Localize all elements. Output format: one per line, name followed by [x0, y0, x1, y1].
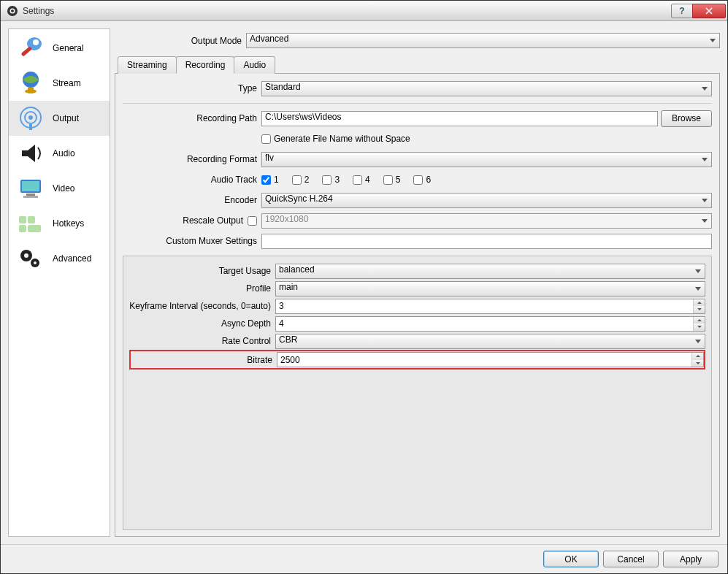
output-tabs: Streaming Recording Audio [115, 56, 720, 73]
settings-window: Settings ? General Stream [0, 0, 728, 574]
svg-point-2 [11, 9, 14, 12]
audio-track-label: Audio Track [123, 175, 261, 185]
spinner-down-icon[interactable] [692, 360, 703, 367]
audio-track-6-checkbox[interactable] [413, 175, 423, 185]
audio-track-5-checkbox[interactable] [383, 175, 393, 185]
tab-streaming[interactable]: Streaming [118, 56, 177, 74]
encoder-label: Encoder [123, 195, 261, 205]
audio-track-1-checkbox[interactable] [261, 175, 271, 185]
gears-icon [16, 245, 45, 272]
sidebar-item-advanced[interactable]: Advanced [9, 241, 110, 276]
profile-select[interactable]: main [275, 281, 705, 296]
spinner-up-icon[interactable] [694, 317, 705, 324]
output-mode-select[interactable]: Advanced [246, 33, 720, 48]
recording-format-select[interactable]: flv [261, 152, 712, 167]
close-button[interactable] [692, 4, 726, 18]
type-label: Type [123, 83, 261, 93]
apply-button[interactable]: Apply [663, 551, 719, 567]
tab-audio[interactable]: Audio [234, 56, 275, 74]
audio-track-3-checkbox[interactable] [322, 175, 332, 185]
type-select[interactable]: Standard [261, 81, 712, 96]
sidebar-item-stream[interactable]: Stream [9, 66, 110, 101]
spinner-up-icon[interactable] [694, 299, 705, 307]
window-title: Settings [23, 6, 672, 16]
monitor-icon [16, 175, 45, 202]
svg-rect-18 [28, 216, 35, 223]
sidebar-item-general[interactable]: General [9, 31, 110, 66]
audio-track-4-checkbox[interactable] [353, 175, 362, 185]
bitrate-spinner[interactable]: 2500 [277, 352, 704, 367]
muxer-settings-input[interactable] [261, 234, 712, 249]
recording-format-label: Recording Format [123, 154, 261, 164]
help-button[interactable]: ? [671, 4, 693, 18]
bitrate-row-highlight: Bitrate 2500 [129, 350, 705, 370]
settings-sidebar: General Stream Output Audio [8, 28, 110, 537]
recording-panel: Type Standard Recording Path C:\Users\ws… [115, 73, 720, 537]
cancel-button[interactable]: Cancel [603, 551, 659, 567]
svg-point-8 [25, 89, 37, 93]
filename-no-space-checkbox[interactable] [261, 134, 271, 144]
output-mode-label: Output Mode [115, 36, 246, 46]
wrench-icon [16, 35, 45, 61]
svg-rect-19 [19, 225, 26, 232]
sidebar-item-video[interactable]: Video [9, 171, 110, 206]
muxer-settings-label: Custom Muxer Settings [123, 236, 261, 246]
rate-control-select[interactable]: CBR [275, 334, 705, 349]
encoder-select[interactable]: QuickSync H.264 [261, 193, 712, 208]
svg-point-24 [34, 261, 37, 264]
browse-button[interactable]: Browse [661, 110, 712, 127]
speaker-icon [16, 140, 45, 167]
tab-recording[interactable]: Recording [176, 56, 235, 74]
recording-path-input[interactable]: C:\Users\ws\Videos [261, 111, 658, 126]
sidebar-item-label: Output [53, 113, 79, 123]
filename-no-space-label: Generate File Name without Space [274, 134, 410, 144]
sidebar-item-hotkeys[interactable]: Hotkeys [9, 206, 110, 241]
spinner-up-icon[interactable] [692, 353, 703, 360]
svg-point-5 [33, 39, 39, 45]
main-panel: Output Mode Advanced Streaming Recording… [115, 28, 720, 537]
sidebar-item-label: Video [53, 183, 74, 194]
encoder-settings-box: Target Usage balanced Profile main Keyfr… [123, 256, 712, 530]
profile-label: Profile [129, 283, 275, 294]
rescale-output-label: Rescale Output [183, 215, 243, 226]
sidebar-item-label: Advanced [53, 253, 91, 264]
keyframe-interval-label: Keyframe Interval (seconds, 0=auto) [129, 301, 275, 311]
svg-rect-14 [22, 181, 39, 191]
svg-point-22 [24, 253, 28, 258]
svg-rect-17 [19, 216, 26, 223]
bitrate-label: Bitrate [131, 355, 277, 365]
svg-rect-15 [26, 194, 35, 196]
sidebar-item-label: Stream [53, 78, 81, 88]
audio-track-2-checkbox[interactable] [292, 175, 302, 185]
svg-rect-20 [28, 225, 41, 232]
svg-point-11 [28, 115, 33, 120]
spinner-down-icon[interactable] [694, 306, 705, 313]
sidebar-item-label: General [53, 43, 84, 53]
titlebar: Settings ? [1, 1, 727, 21]
globe-icon [16, 70, 45, 96]
app-icon [7, 5, 18, 17]
rate-control-label: Rate Control [129, 336, 275, 346]
output-icon [16, 105, 45, 131]
separator [123, 103, 712, 104]
sidebar-item-output[interactable]: Output [9, 101, 110, 136]
spinner-down-icon[interactable] [694, 324, 705, 331]
sidebar-item-label: Hotkeys [53, 218, 84, 229]
dialog-footer: OK Cancel Apply [1, 544, 727, 573]
rescale-output-select[interactable]: 1920x1080 [261, 213, 712, 229]
rescale-output-checkbox[interactable] [248, 216, 257, 226]
target-usage-select[interactable]: balanced [275, 264, 705, 279]
target-usage-label: Target Usage [129, 266, 275, 276]
recording-path-label: Recording Path [123, 113, 261, 123]
svg-rect-16 [23, 196, 38, 198]
sidebar-item-label: Audio [53, 148, 75, 158]
keyboard-icon [16, 210, 45, 237]
async-depth-label: Async Depth [129, 318, 275, 329]
svg-rect-4 [21, 46, 32, 56]
ok-button[interactable]: OK [543, 551, 599, 567]
svg-rect-12 [29, 124, 32, 130]
keyframe-interval-spinner[interactable]: 3 [275, 299, 705, 314]
async-depth-spinner[interactable]: 4 [275, 316, 705, 332]
sidebar-item-audio[interactable]: Audio [9, 136, 110, 171]
